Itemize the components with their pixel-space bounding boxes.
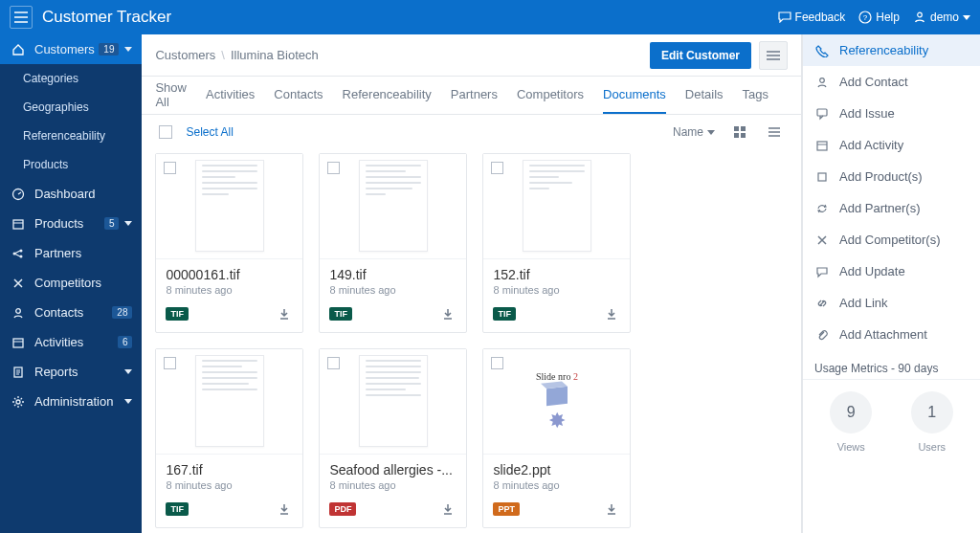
download-icon[interactable] <box>603 305 620 322</box>
sidebar-item-customers[interactable]: Customers 19 <box>0 34 142 64</box>
hamburger-menu-button[interactable] <box>10 6 33 29</box>
select-all-checkbox[interactable] <box>159 125 172 139</box>
gauge-icon <box>10 188 27 201</box>
svg-point-5 <box>13 252 16 255</box>
card-checkbox[interactable] <box>327 162 340 174</box>
more-actions-button[interactable] <box>759 41 788 70</box>
sidebar-item-categories[interactable]: Categories <box>0 64 142 93</box>
tab-details[interactable]: Details <box>685 87 724 103</box>
action-add-competitors[interactable]: Add Competitor(s) <box>803 224 980 255</box>
action-add-products[interactable]: Add Product(s) <box>803 161 980 192</box>
breadcrumb-separator: \ <box>221 48 225 62</box>
action-add-partners[interactable]: Add Partner(s) <box>803 192 980 224</box>
tab-documents[interactable]: Documents <box>603 87 666 103</box>
card-title: 149.tif <box>329 267 457 282</box>
action-add-update[interactable]: Add Update <box>803 255 980 287</box>
square-icon <box>814 170 830 184</box>
sidebar-item-products[interactable]: Products 5 <box>0 209 142 238</box>
action-add-link[interactable]: Add Link <box>803 287 980 319</box>
tab-referenceability[interactable]: Referenceability <box>343 87 432 103</box>
chevron-down-icon <box>124 369 132 374</box>
download-icon[interactable] <box>439 305 457 322</box>
action-add-attachment[interactable]: Add Attachment <box>803 319 980 350</box>
calendar-icon <box>10 336 27 349</box>
x-icon <box>10 278 27 289</box>
card-time: 8 minutes ago <box>166 479 293 491</box>
breadcrumb-root[interactable]: Customers <box>155 48 215 62</box>
card-checkbox[interactable] <box>164 162 176 174</box>
card-title: 152.tif <box>493 267 620 282</box>
svg-rect-4 <box>13 220 23 229</box>
sidebar-item-products-sub[interactable]: Products <box>0 150 142 179</box>
help-link[interactable]: ? Help <box>858 11 900 24</box>
chat-icon <box>814 107 830 121</box>
download-icon[interactable] <box>439 500 457 518</box>
documents-grid: 00000161.tif8 minutes ago TIF 149.tif8 m… <box>142 145 801 533</box>
phone-icon <box>814 44 830 57</box>
svg-point-11 <box>16 400 20 404</box>
select-all-link[interactable]: Select All <box>186 125 233 139</box>
action-add-contact[interactable]: Add Contact <box>803 66 980 98</box>
sort-dropdown[interactable]: Name <box>673 125 715 139</box>
sidebar-item-contacts[interactable]: Contacts 28 <box>0 298 142 327</box>
metric-value: 1 <box>911 391 953 433</box>
svg-rect-13 <box>741 126 746 131</box>
document-card[interactable]: Slide nro 2 ✸ slide2.ppt8 minutes ago PP… <box>482 348 631 528</box>
action-add-activity[interactable]: Add Activity <box>803 129 980 161</box>
tab-show-all[interactable]: Show All <box>155 80 187 111</box>
list-view-button[interactable] <box>765 122 784 142</box>
app-title: Customer Tracker <box>42 8 171 27</box>
cube-graphic <box>546 387 568 406</box>
x-icon <box>814 234 830 246</box>
card-checkbox[interactable] <box>327 357 340 369</box>
feedback-link[interactable]: Feedback <box>778 11 846 24</box>
grid-view-button[interactable] <box>730 122 749 142</box>
svg-point-2 <box>918 12 923 17</box>
document-card[interactable]: Seafood allergies -...8 minutes ago PDF <box>319 348 467 528</box>
file-type-badge: TIF <box>166 502 189 516</box>
tab-tags[interactable]: Tags <box>743 87 768 103</box>
action-add-issue[interactable]: Add Issue <box>803 98 980 129</box>
chevron-down-icon <box>124 221 132 226</box>
card-checkbox[interactable] <box>491 357 503 369</box>
tab-partners[interactable]: Partners <box>451 87 498 103</box>
tabs: Show All Activities Contacts Referenceab… <box>142 77 801 115</box>
tab-activities[interactable]: Activities <box>206 87 255 103</box>
user-menu[interactable]: demo <box>913 11 970 24</box>
tab-contacts[interactable]: Contacts <box>274 87 323 103</box>
slide-title: Slide nro 2 <box>536 371 578 382</box>
bubble-icon <box>814 265 830 278</box>
document-card[interactable]: 00000161.tif8 minutes ago TIF <box>155 153 303 333</box>
svg-text:?: ? <box>863 13 868 22</box>
card-checkbox[interactable] <box>491 162 503 174</box>
sidebar-item-activities[interactable]: Activities 6 <box>0 327 142 357</box>
sidebar-item-referenceability[interactable]: Referenceability <box>0 122 142 150</box>
sidebar-item-administration[interactable]: Administration <box>0 387 142 416</box>
file-type-badge: PDF <box>329 502 356 516</box>
document-card[interactable]: 149.tif8 minutes ago TIF <box>319 153 467 333</box>
action-referenceability[interactable]: Referenceability <box>803 34 980 66</box>
sidebar-item-geographies[interactable]: Geographies <box>0 93 142 122</box>
edit-customer-button[interactable]: Edit Customer <box>650 42 751 69</box>
clip-icon <box>814 328 830 342</box>
download-icon[interactable] <box>603 500 620 518</box>
breadcrumb-current: Illumina Biotech <box>231 48 319 62</box>
share-icon <box>10 247 27 260</box>
sidebar-item-reports[interactable]: Reports <box>0 357 142 387</box>
file-type-badge: TIF <box>166 307 189 321</box>
sidebar-item-dashboard[interactable]: Dashboard <box>0 179 142 209</box>
sidebar-item-competitors[interactable]: Competitors <box>0 268 142 298</box>
gear-icon <box>10 395 27 409</box>
sidebar-item-partners[interactable]: Partners <box>0 238 142 268</box>
tab-competitors[interactable]: Competitors <box>517 87 584 103</box>
caret-down-icon <box>963 15 970 20</box>
card-title: 167.tif <box>166 462 293 477</box>
document-card[interactable]: 167.tif8 minutes ago TIF <box>155 348 303 528</box>
download-icon[interactable] <box>276 500 293 518</box>
metric-value: 9 <box>830 391 872 433</box>
download-icon[interactable] <box>276 305 293 322</box>
card-checkbox[interactable] <box>164 357 176 369</box>
document-card[interactable]: 152.tif8 minutes ago TIF <box>482 153 631 333</box>
chevron-down-icon <box>124 399 132 404</box>
svg-rect-17 <box>817 109 827 116</box>
